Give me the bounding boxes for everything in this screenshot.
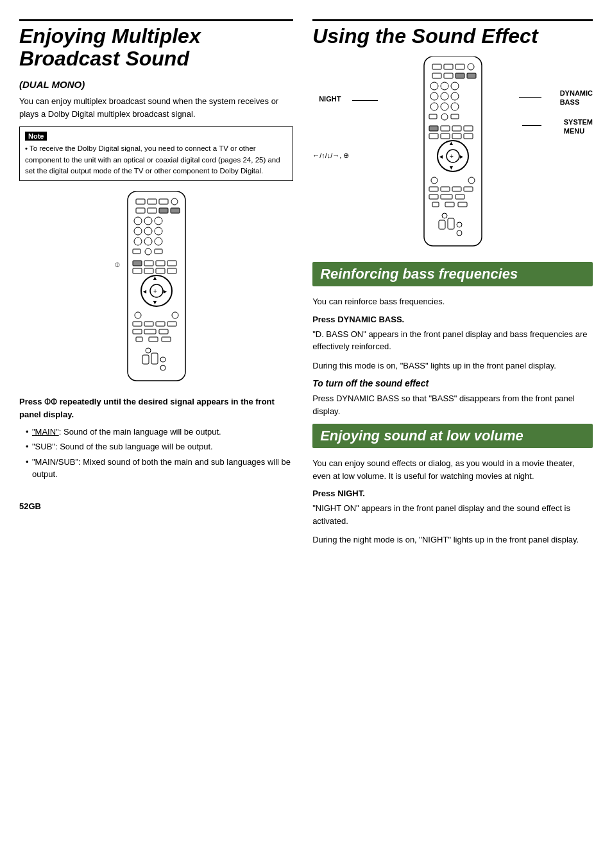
svg-text:▲: ▲ bbox=[448, 140, 454, 146]
svg-rect-55 bbox=[432, 64, 441, 69]
svg-point-58 bbox=[468, 64, 474, 70]
svg-rect-20 bbox=[155, 249, 162, 254]
svg-rect-39 bbox=[133, 322, 142, 326]
svg-rect-98 bbox=[455, 195, 464, 199]
svg-text:▲: ▲ bbox=[152, 275, 158, 281]
svg-rect-92 bbox=[429, 187, 438, 191]
svg-rect-8 bbox=[171, 208, 180, 213]
svg-rect-56 bbox=[444, 64, 453, 69]
svg-point-17 bbox=[155, 238, 162, 245]
press-instruction: Press ⌽⌽ repeatedly until the desired si… bbox=[19, 394, 293, 421]
svg-rect-104 bbox=[448, 218, 454, 229]
section2-desc1: "NIGHT ON" appears in the front panel di… bbox=[312, 502, 593, 527]
sysmenu-arrow-line bbox=[522, 125, 541, 126]
svg-rect-99 bbox=[432, 202, 439, 207]
svg-rect-72 bbox=[429, 114, 437, 119]
svg-rect-47 bbox=[149, 337, 158, 342]
dual-mono-subtitle: (DUAL MONO) bbox=[19, 79, 293, 90]
svg-rect-100 bbox=[445, 202, 454, 207]
headphone-icon: ⌽⌽ bbox=[44, 395, 57, 406]
svg-point-64 bbox=[441, 82, 448, 90]
svg-rect-6 bbox=[148, 208, 157, 213]
section2-intro: You can enjoy sound effects or dialog, a… bbox=[312, 457, 593, 482]
svg-rect-77 bbox=[452, 126, 461, 131]
press-dynamic-bass: Press DYNAMIC BASS. bbox=[312, 315, 593, 324]
svg-text:►: ► bbox=[162, 288, 168, 295]
section2-desc2: During the night mode is on, "NIGHT" lig… bbox=[312, 534, 593, 546]
right-remote-diagram: NIGHT bbox=[312, 56, 593, 249]
top-border-left bbox=[19, 19, 293, 21]
svg-rect-18 bbox=[133, 249, 140, 254]
turn-off-heading: To turn off the sound effect bbox=[312, 378, 593, 388]
svg-rect-42 bbox=[167, 322, 176, 326]
page: Enjoying Multiplex Broadcast Sound (DUAL… bbox=[0, 0, 612, 868]
svg-point-66 bbox=[430, 92, 438, 100]
svg-rect-101 bbox=[458, 202, 467, 207]
svg-text:◄: ◄ bbox=[142, 288, 148, 295]
svg-point-49 bbox=[146, 348, 151, 353]
section1-desc2: During this mode is on, "BASS" lights up… bbox=[312, 360, 593, 372]
svg-rect-45 bbox=[159, 329, 168, 334]
svg-rect-62 bbox=[467, 73, 476, 78]
svg-rect-103 bbox=[439, 220, 445, 229]
left-remote-diagram: ⌽ + ▲ ▼ ◄ ► bbox=[19, 191, 293, 384]
svg-point-37 bbox=[135, 312, 141, 318]
svg-rect-26 bbox=[133, 268, 142, 273]
svg-point-102 bbox=[442, 213, 447, 218]
top-border-right bbox=[312, 19, 593, 21]
night-arrow-line bbox=[352, 100, 378, 101]
svg-rect-23 bbox=[144, 261, 153, 266]
svg-text:⌽: ⌽ bbox=[115, 259, 120, 269]
svg-point-68 bbox=[451, 92, 459, 100]
page-number: 52GB bbox=[19, 489, 293, 511]
note-box: Note • To receive the Dolby Digital sign… bbox=[19, 126, 293, 181]
svg-text:◄: ◄ bbox=[438, 153, 444, 160]
svg-point-13 bbox=[144, 227, 152, 235]
svg-rect-43 bbox=[133, 329, 142, 334]
note-bullet: • bbox=[25, 144, 30, 152]
section1-desc1: "D. BASS ON" appears in the front panel … bbox=[312, 328, 593, 353]
svg-rect-0 bbox=[128, 191, 185, 381]
svg-point-4 bbox=[171, 198, 178, 205]
left-remote-svg: ⌽ + ▲ ▼ ◄ ► bbox=[112, 191, 201, 384]
svg-rect-80 bbox=[441, 134, 450, 139]
svg-text:+: + bbox=[153, 288, 157, 295]
svg-rect-27 bbox=[144, 268, 153, 273]
svg-rect-59 bbox=[432, 73, 441, 78]
svg-rect-51 bbox=[151, 353, 158, 364]
list-item: "MAIN/SUB": Mixed sound of both the main… bbox=[26, 456, 293, 481]
svg-point-69 bbox=[430, 103, 438, 110]
svg-point-67 bbox=[441, 92, 448, 100]
svg-point-106 bbox=[457, 230, 462, 236]
svg-rect-96 bbox=[429, 195, 438, 199]
note-label: Note bbox=[25, 132, 47, 141]
svg-rect-40 bbox=[144, 322, 153, 326]
svg-rect-94 bbox=[452, 187, 461, 191]
svg-point-16 bbox=[144, 238, 152, 245]
bass-arrow-line bbox=[519, 97, 541, 98]
svg-rect-2 bbox=[148, 199, 157, 204]
svg-text:▼: ▼ bbox=[448, 164, 454, 171]
section1-title: Reinforcing bass frequencies bbox=[320, 266, 518, 282]
svg-rect-61 bbox=[455, 73, 464, 78]
section2-header: Enjoying sound at low volume bbox=[312, 424, 593, 448]
svg-rect-93 bbox=[441, 187, 450, 191]
svg-rect-1 bbox=[136, 199, 145, 204]
svg-rect-79 bbox=[429, 134, 438, 139]
system-menu-label: SYSTEMMENU bbox=[564, 117, 593, 136]
svg-rect-97 bbox=[441, 195, 452, 199]
bullet-list: "MAIN": Sound of the main language will … bbox=[26, 426, 293, 481]
svg-rect-25 bbox=[167, 261, 176, 266]
right-remote-svg: + ▲ ▼ ◄ ► bbox=[408, 56, 498, 249]
right-column: Using the Sound Effect NIGHT bbox=[306, 19, 593, 849]
turn-off-desc: Press DYNAMIC BASS so that "BASS" disapp… bbox=[312, 392, 593, 417]
svg-point-65 bbox=[451, 82, 459, 90]
dynamic-bass-label: DYNAMICBASS bbox=[560, 89, 593, 107]
svg-rect-57 bbox=[455, 64, 464, 69]
svg-rect-54 bbox=[424, 56, 482, 246]
svg-rect-95 bbox=[464, 187, 473, 191]
svg-point-63 bbox=[430, 82, 438, 90]
svg-point-10 bbox=[144, 217, 152, 225]
svg-text:►: ► bbox=[459, 153, 464, 160]
svg-rect-75 bbox=[429, 126, 438, 131]
